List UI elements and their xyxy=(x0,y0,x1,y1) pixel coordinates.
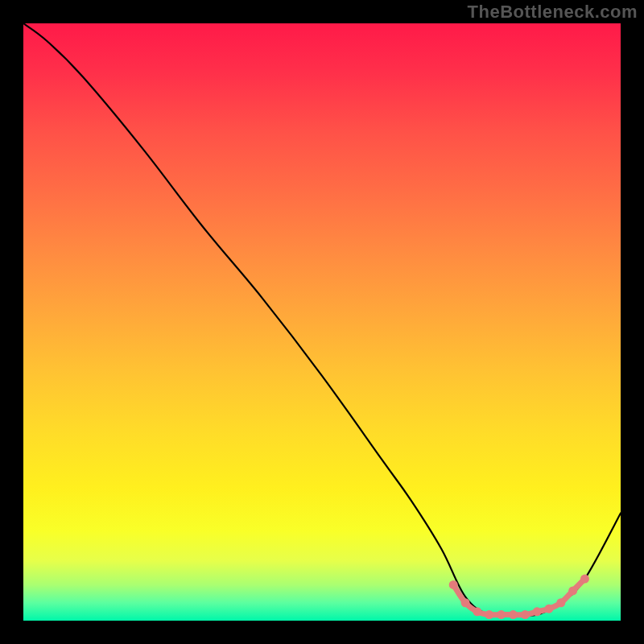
plot-area xyxy=(23,23,621,621)
optimal-range-dot xyxy=(568,586,577,595)
optimal-range-dot xyxy=(461,598,470,607)
optimal-range-line xyxy=(453,579,584,615)
watermark-text: TheBottleneck.com xyxy=(468,2,638,23)
optimal-range-dot xyxy=(556,598,565,607)
optimal-range-dot xyxy=(533,607,542,616)
optimal-range-dot xyxy=(521,610,530,619)
optimal-range-dot xyxy=(580,575,589,584)
optimal-range-dot xyxy=(544,605,553,613)
chart-frame: TheBottleneck.com xyxy=(0,0,644,644)
optimal-range-dot xyxy=(497,610,506,619)
optimal-range-dot xyxy=(449,580,458,589)
bottleneck-curve xyxy=(23,23,621,616)
optimal-range-dot xyxy=(473,607,481,616)
chart-svg xyxy=(23,23,621,621)
optimal-range-dot xyxy=(509,610,518,619)
optimal-range-dot xyxy=(485,610,493,619)
